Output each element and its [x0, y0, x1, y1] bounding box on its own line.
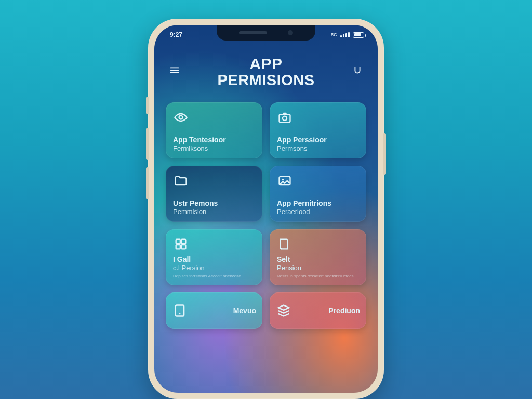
tile-label: Selt [277, 255, 359, 263]
side-button-mute [146, 97, 149, 114]
svg-rect-9 [176, 305, 184, 316]
tile-app-perssioor[interactable]: App Perssioor Permsons [270, 102, 366, 158]
phone-frame: 9:27 5G APP Permisions [148, 19, 384, 399]
tile-label: Prediuon [328, 307, 360, 315]
phone-screen: 9:27 5G APP Permisions [154, 25, 378, 393]
side-button-volume-down [146, 167, 149, 200]
tile-label: App Perssioor [277, 136, 359, 144]
svg-point-0 [179, 116, 183, 119]
tile-label: App Tentesioor [173, 136, 255, 144]
photo-icon [277, 173, 292, 189]
front-camera [288, 30, 293, 35]
tile-subtitle: Hopises forrsitions Accedit anenceite [173, 274, 255, 279]
svg-rect-5 [176, 240, 180, 244]
eye-icon [173, 110, 189, 125]
title-line1: APP [217, 55, 314, 73]
tile-app-pernitrions[interactable]: App Pernitrions Peraeriood [270, 166, 366, 222]
side-button-volume-up [146, 128, 149, 160]
tile-subtitle: Resits in spents ressatert oeetcirssi mo… [277, 274, 359, 279]
stack-icon [276, 303, 291, 318]
title-line2: Permisions [217, 72, 314, 89]
book-icon [277, 236, 292, 252]
tile-sublabel: Fermiksons [173, 144, 255, 152]
device-icon [172, 303, 188, 318]
tile-ustr-pemons[interactable]: Ustr Pemons Pemmision [166, 166, 262, 222]
tile-sublabel: Peraeriood [277, 208, 359, 216]
status-carrier: 5G [331, 32, 337, 37]
svg-rect-8 [181, 245, 185, 249]
tile-app-tentesioor[interactable]: App Tentesioor Fermiksons [166, 102, 262, 158]
signal-icon [340, 32, 350, 37]
tile-prediuon[interactable]: Prediuon [270, 292, 366, 329]
tile-mevuo[interactable]: Mevuo [166, 292, 262, 329]
page-title: APP Permisions [217, 55, 314, 89]
svg-point-4 [282, 179, 284, 181]
hamburger-icon [169, 64, 180, 76]
svg-point-2 [283, 116, 287, 121]
profile-button[interactable] [351, 63, 364, 77]
tile-selt[interactable]: Selt Pension Resits in spents ressatert … [270, 229, 366, 285]
tile-sublabel: Permsons [277, 144, 359, 152]
tile-label: App Pernitrions [277, 199, 359, 207]
tile-sublabel: Pension [277, 264, 359, 272]
menu-button[interactable] [168, 63, 181, 77]
tile-igall[interactable]: I Gall c.l Persion Hopises forrsitions A… [166, 229, 262, 285]
tile-label: Ustr Pemons [173, 199, 255, 207]
status-time: 9:27 [170, 31, 182, 38]
tile-label: Mevuo [233, 307, 256, 315]
svg-rect-1 [280, 114, 290, 122]
tile-sublabel: c.l Persion [173, 264, 255, 272]
battery-icon [353, 32, 364, 38]
camera-icon [277, 110, 292, 125]
tile-sublabel: Pemmision [173, 208, 255, 216]
svg-rect-7 [176, 245, 180, 249]
tile-label: I Gall [173, 255, 255, 263]
side-button-power [383, 133, 386, 175]
grid-icon [173, 236, 189, 252]
svg-rect-6 [181, 240, 185, 244]
speaker-grille [239, 31, 267, 34]
u-icon [352, 64, 363, 76]
folder-icon [173, 173, 189, 189]
notch [217, 25, 315, 41]
svg-point-10 [179, 313, 181, 314]
